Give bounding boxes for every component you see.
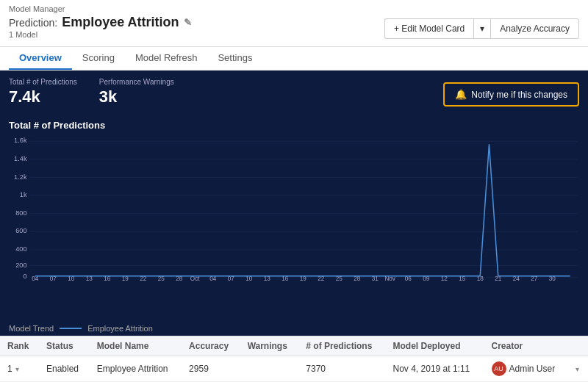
chart-area: Total # of Predictions 1.6k 1.4k 1.2k 1k… [0,114,588,321]
rank-dropdown-icon[interactable]: ▾ [15,365,19,373]
cell-rank: 1 ▾ [0,356,39,382]
app-container: Model Manager Prediction: Employee Attri… [0,0,588,382]
top-bar: Model Manager Prediction: Employee Attri… [0,0,588,47]
notify-button[interactable]: 🔔 Notify me if this changes [443,82,579,107]
chart-legend: Model Trend Employee Attrition [0,321,588,336]
table-row: 1 ▾ Enabled Employee Attrition 2959 7370… [0,356,588,382]
col-rank: Rank [0,336,39,356]
table-header-row: Rank Status Model Name Accuracy Warnings… [0,336,588,356]
cell-predictions: 7370 [298,356,385,382]
cell-accuracy: 2959 [182,356,240,382]
model-count: 1 Model [9,30,192,42]
chart-wrapper: 1.6k 1.4k 1.2k 1k 800 600 400 200 0 [9,134,579,281]
cell-status: Enabled [39,356,90,382]
svg-text:1k: 1k [20,191,27,198]
creator-name: Admin User [509,364,556,374]
svg-text:400: 400 [15,245,26,253]
table-section: Rank Status Model Name Accuracy Warnings… [0,336,588,382]
col-actions [568,336,588,356]
breadcrumb: Model Manager [9,4,579,13]
chart-svg: 1.6k 1.4k 1.2k 1k 800 600 400 200 0 [9,134,579,281]
predictions-value: 7.4k [9,87,77,107]
metrics-group: Total # of Predictions 7.4k Performance … [9,78,174,107]
cell-model-name: Employee Attrition [90,356,182,382]
tab-scoring[interactable]: Scoring [72,47,125,70]
tab-model-refresh[interactable]: Model Refresh [125,47,208,70]
legend-series-label: Employee Attrition [87,324,153,333]
row-action-dropdown-icon[interactable]: ▾ [576,365,579,373]
rank-value: 1 [7,364,12,374]
cell-warnings [240,356,299,382]
col-model-name: Model Name [90,336,182,356]
header-actions: + Edit Model Card ▾ Analyze Accuracy [384,18,579,39]
prediction-title-row: Prediction: Employee Attrition ✎ 1 Model… [9,15,579,46]
svg-text:200: 200 [15,262,26,269]
warnings-value: 3k [99,87,174,107]
edit-pencil-icon[interactable]: ✎ [184,17,192,28]
tab-overview[interactable]: Overview [9,47,72,70]
cell-creator: AU Admin User [484,356,569,382]
prediction-prefix: Prediction: [9,17,57,29]
creator-avatar: AU [492,361,506,376]
svg-text:1.2k: 1.2k [14,173,27,181]
col-status: Status [39,336,90,356]
cell-deployed: Nov 4, 2019 at 1:11 [386,356,484,382]
edit-model-card-dropdown-button[interactable]: ▾ [473,18,490,39]
predictions-metric: Total # of Predictions 7.4k [9,78,77,107]
notify-label: Notify me if this changes [471,90,567,100]
col-deployed: Model Deployed [386,336,484,356]
tabs-bar: Overview Scoring Model Refresh Settings [0,47,588,71]
svg-text:0: 0 [23,273,26,280]
warnings-metric: Performance Warnings 3k [99,78,174,107]
svg-text:1.6k: 1.6k [14,137,27,144]
svg-text:800: 800 [15,209,26,217]
prediction-name: Employee Attrition [62,15,179,30]
col-warnings: Warnings [240,336,299,356]
svg-text:1.4k: 1.4k [14,155,27,162]
cell-row-actions: ▾ [568,356,588,382]
analyze-accuracy-button[interactable]: Analyze Accuracy [490,18,579,39]
legend-line-icon [60,328,82,329]
col-accuracy: Accuracy [182,336,240,356]
model-table: Rank Status Model Name Accuracy Warnings… [0,336,588,382]
prediction-label: Prediction: Employee Attrition ✎ [9,15,192,30]
col-predictions: # of Predictions [298,336,385,356]
bell-icon: 🔔 [455,89,467,100]
metrics-panel: Total # of Predictions 7.4k Performance … [0,71,588,114]
chart-title: Total # of Predictions [9,120,579,131]
legend-model-trend: Model Trend [9,324,54,333]
edit-model-card-button[interactable]: + Edit Model Card [384,18,473,39]
predictions-label: Total # of Predictions [9,78,77,86]
col-creator: Creator [484,336,569,356]
svg-text:600: 600 [15,227,26,234]
warnings-label: Performance Warnings [99,78,174,86]
tab-settings[interactable]: Settings [207,47,262,70]
